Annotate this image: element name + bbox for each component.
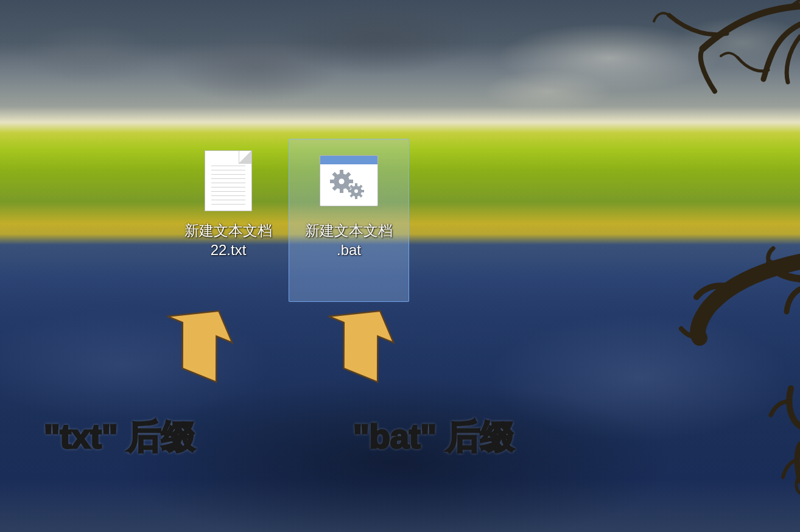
desktop-icon-txt[interactable]: 新建文本文档 22.txt [168, 139, 289, 302]
desktop-icons-row: 新建文本文档 22.txt [168, 139, 409, 302]
arrow-left-icon [137, 298, 247, 408]
svg-rect-11 [355, 183, 357, 187]
svg-point-9 [339, 179, 345, 184]
svg-rect-1 [340, 170, 343, 175]
sky-clouds [0, 0, 800, 122]
svg-rect-12 [355, 195, 357, 199]
desktop-icon-bat[interactable]: 新建文本文档 .bat [289, 139, 409, 302]
gears-icon [325, 168, 373, 202]
svg-rect-14 [360, 190, 364, 192]
txt-file-icon [199, 147, 258, 215]
annotation-right-outline: "bat" 后缀 "bat" 后缀 [353, 414, 514, 460]
svg-rect-2 [340, 188, 343, 193]
arrow-right-icon [298, 298, 408, 408]
desktop-wallpaper: 新建文本文档 22.txt [0, 0, 800, 532]
tree-branches [544, 0, 800, 532]
bat-file-icon [320, 147, 378, 215]
svg-rect-3 [330, 180, 335, 183]
annotation-left-outline: "txt" 后缀 "txt" 后缀 [44, 414, 195, 460]
svg-rect-4 [348, 180, 353, 183]
svg-point-19 [354, 189, 358, 193]
svg-marker-21 [313, 298, 403, 382]
icon-label-bat: 新建文本文档 .bat [291, 221, 407, 260]
svg-marker-20 [152, 298, 242, 382]
icon-label-txt: 新建文本文档 22.txt [170, 221, 286, 260]
svg-rect-13 [348, 190, 352, 192]
